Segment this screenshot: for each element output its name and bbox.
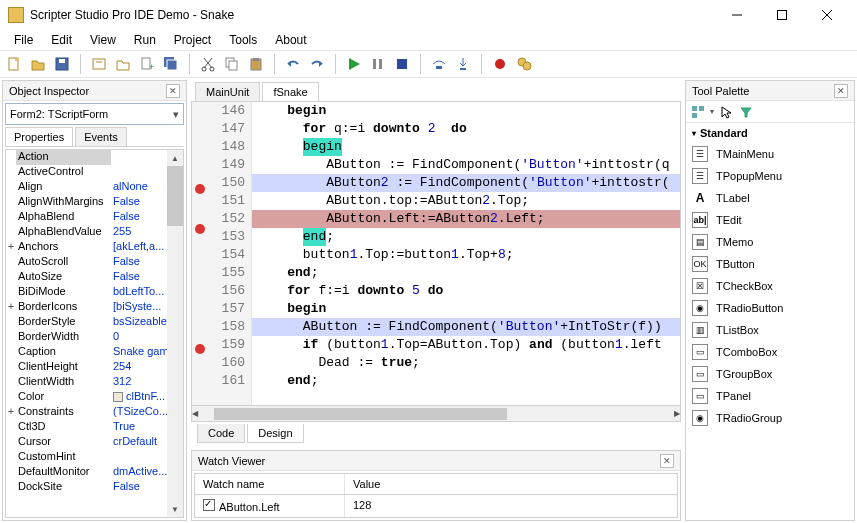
pause-icon[interactable] — [368, 54, 388, 74]
palette-item[interactable]: ▭TComboBox — [686, 341, 854, 363]
cut-icon[interactable] — [198, 54, 218, 74]
palette-item[interactable]: ▭TPanel — [686, 385, 854, 407]
breakpoint-marker[interactable] — [193, 324, 207, 338]
code-line[interactable]: if (button1.Top=AButton.Top) and (button… — [252, 336, 680, 354]
close-button[interactable] — [804, 1, 849, 29]
property-row[interactable]: CaptionSnake game — [6, 345, 183, 360]
breakpoint-marker[interactable] — [193, 184, 207, 198]
stop-icon[interactable] — [392, 54, 412, 74]
step-over-icon[interactable] — [429, 54, 449, 74]
palette-item[interactable]: ▭TGroupBox — [686, 363, 854, 385]
breakpoint-marker[interactable] — [193, 264, 207, 278]
scroll-thumb[interactable] — [214, 408, 507, 420]
breakpoint-marker[interactable] — [193, 404, 207, 406]
palette-item[interactable]: ☒TCheckBox — [686, 275, 854, 297]
code-line[interactable]: AButton.Left:=AButton2.Left; — [252, 210, 680, 228]
tab-design[interactable]: Design — [247, 424, 303, 443]
palette-item[interactable]: ☰TPopupMenu — [686, 165, 854, 187]
menu-run[interactable]: Run — [126, 31, 164, 49]
scrollbar[interactable]: ▲ ▼ — [167, 150, 183, 517]
palette-item[interactable]: ▤TMemo — [686, 231, 854, 253]
property-row[interactable]: ClientHeight254 — [6, 360, 183, 375]
menu-view[interactable]: View — [82, 31, 124, 49]
code-line[interactable]: AButton := FindComponent('Button'+inttos… — [252, 156, 680, 174]
scroll-right-icon[interactable]: ▶ — [674, 406, 680, 422]
palette-item[interactable]: ◉TRadioButton — [686, 297, 854, 319]
tab-code[interactable]: Code — [197, 424, 245, 443]
property-row[interactable]: DefaultMonitordmActive... — [6, 465, 183, 480]
component-combo[interactable]: Form2: TScriptForm ▾ — [5, 103, 184, 125]
palette-item[interactable]: ATLabel — [686, 187, 854, 209]
menu-project[interactable]: Project — [166, 31, 219, 49]
property-row[interactable]: Ctl3DTrue — [6, 420, 183, 435]
filter-icon[interactable] — [738, 104, 754, 120]
palette-item[interactable]: ☰TMainMenu — [686, 143, 854, 165]
breakpoint-marker[interactable] — [193, 304, 207, 318]
property-row[interactable]: ClientWidth312 — [6, 375, 183, 390]
code-line[interactable]: Dead := true; — [252, 354, 680, 372]
property-row[interactable]: AlphaBlendFalse — [6, 210, 183, 225]
code-line[interactable]: end; — [252, 264, 680, 282]
property-grid[interactable]: ActionActiveControlAlignalNoneAlignWithM… — [5, 149, 184, 518]
horizontal-scrollbar[interactable]: ◀ ▶ — [191, 406, 681, 422]
categories-icon[interactable] — [690, 104, 706, 120]
breakpoint-marker[interactable] — [193, 244, 207, 258]
breakpoint-marker[interactable] — [193, 364, 207, 378]
breakpoint-marker[interactable] — [193, 284, 207, 298]
breakpoint-marker[interactable] — [193, 344, 207, 358]
palette-item[interactable]: ▥TListBox — [686, 319, 854, 341]
category-standard[interactable]: ▾ Standard — [686, 123, 854, 143]
menu-edit[interactable]: Edit — [43, 31, 80, 49]
new-project-icon[interactable] — [89, 54, 109, 74]
code-line[interactable]: end; — [252, 228, 680, 246]
watch-col-name[interactable]: Watch name — [195, 474, 345, 494]
scroll-down-icon[interactable]: ▼ — [167, 501, 183, 517]
watch-row[interactable]: AButton.Left 128 — [195, 495, 677, 517]
save-icon[interactable] — [52, 54, 72, 74]
property-row[interactable]: AutoScrollFalse — [6, 255, 183, 270]
maximize-button[interactable] — [759, 1, 804, 29]
menu-tools[interactable]: Tools — [221, 31, 265, 49]
code-line[interactable]: end; — [252, 372, 680, 390]
code-line[interactable]: begin — [252, 300, 680, 318]
run-icon[interactable] — [344, 54, 364, 74]
scroll-left-icon[interactable]: ◀ — [192, 406, 198, 422]
property-row[interactable]: AlphaBlendValue255 — [6, 225, 183, 240]
palette-item[interactable]: ab|TEdit — [686, 209, 854, 231]
property-row[interactable]: AlignalNone — [6, 180, 183, 195]
undo-icon[interactable] — [283, 54, 303, 74]
property-row[interactable]: AutoSizeFalse — [6, 270, 183, 285]
close-icon[interactable]: ✕ — [660, 454, 674, 468]
tab-fsnake[interactable]: fSnake — [262, 82, 318, 101]
property-row[interactable]: +Constraints(TSizeCo... — [6, 405, 183, 420]
property-row[interactable]: ActiveControl — [6, 165, 183, 180]
open-file-icon[interactable] — [28, 54, 48, 74]
property-row[interactable]: Action — [6, 150, 183, 165]
tab-events[interactable]: Events — [75, 127, 127, 146]
watch-icon[interactable] — [514, 54, 534, 74]
breakpoint-marker[interactable] — [193, 384, 207, 398]
code-line[interactable]: AButton.top:=AButton2.Top; — [252, 192, 680, 210]
property-row[interactable]: AlignWithMarginsFalse — [6, 195, 183, 210]
code-line[interactable]: begin — [252, 138, 680, 156]
breakpoint-marker[interactable] — [193, 164, 207, 178]
property-row[interactable]: BorderWidth0 — [6, 330, 183, 345]
expand-icon[interactable]: + — [6, 240, 16, 255]
paste-icon[interactable] — [246, 54, 266, 74]
breakpoint-marker[interactable] — [193, 124, 207, 138]
expand-icon[interactable]: + — [6, 300, 16, 315]
property-row[interactable]: +Anchors[akLeft,a... — [6, 240, 183, 255]
breakpoint-icon[interactable] — [490, 54, 510, 74]
cursor-icon[interactable] — [718, 104, 734, 120]
code-line[interactable]: begin — [252, 102, 680, 120]
add-unit-icon[interactable]: + — [137, 54, 157, 74]
palette-item[interactable]: ◉TRadioGroup — [686, 407, 854, 429]
scroll-thumb[interactable] — [167, 166, 183, 226]
close-icon[interactable]: ✕ — [834, 84, 848, 98]
code-line[interactable]: AButton := FindComponent('Button'+IntToS… — [252, 318, 680, 336]
code-line[interactable]: AButton2 := FindComponent('Button'+intto… — [252, 174, 680, 192]
open-project-icon[interactable] — [113, 54, 133, 74]
breakpoint-marker[interactable] — [193, 224, 207, 238]
property-row[interactable]: DockSiteFalse — [6, 480, 183, 495]
property-row[interactable]: CursorcrDefault — [6, 435, 183, 450]
